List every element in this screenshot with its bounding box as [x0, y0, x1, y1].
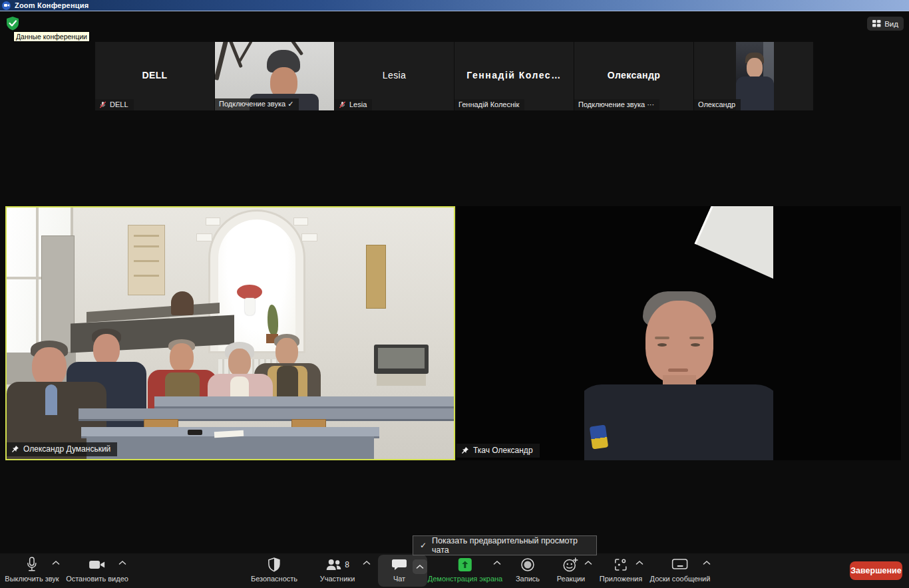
name-tag: Олександр [694, 99, 741, 110]
main-video-tile-dumanskyi[interactable]: Олександр Думанський [5, 206, 455, 460]
main-name-label: Олександр Думанський [23, 444, 110, 454]
video-tile-oleksandr-video[interactable]: Олександр [694, 42, 813, 110]
participants-button-label: Участники [320, 575, 355, 583]
meeting-toolbar: Выключить звук Остановить видео Безопасн… [0, 553, 909, 588]
record-button[interactable]: Запись [516, 556, 540, 583]
reactions-button[interactable]: Реакции [557, 556, 586, 583]
chat-button[interactable]: Чат [391, 556, 407, 583]
reactions-options-chevron-icon[interactable] [584, 560, 592, 565]
stop-video-button-label: Остановить видео [66, 575, 128, 583]
whiteboards-options-chevron-icon[interactable] [703, 560, 711, 565]
mute-button[interactable]: Выключить звук [5, 556, 59, 583]
name-tag-label: Подключение звука ✓ [219, 100, 293, 108]
share-screen-button-label: Демонстрация экрана [428, 575, 502, 583]
pin-icon [11, 445, 19, 453]
name-tag: Подключение звука ✓ [215, 98, 299, 110]
shield-check-icon [5, 16, 20, 31]
name-tag-label: Геннадій Колеснік [458, 100, 519, 108]
video-scene-man-portrait [584, 206, 773, 460]
record-button-label: Запись [516, 575, 540, 583]
video-scene-classroom [7, 208, 454, 459]
microphone-icon [26, 557, 37, 573]
window-title: Zoom Конференция [15, 1, 89, 9]
apps-options-chevron-icon[interactable] [636, 560, 643, 565]
whiteboard-icon [671, 558, 689, 571]
security-button-label: Безопасность [251, 575, 297, 583]
video-tile-connecting-audio[interactable]: Подключение звука ✓ [215, 42, 334, 110]
record-icon [520, 557, 535, 572]
meeting-info-tooltip: Данные конференции [13, 31, 90, 42]
window-titlebar[interactable]: Zoom Конференция [0, 0, 909, 11]
flag-patch [590, 424, 608, 449]
apps-icon [614, 557, 628, 572]
zoom-meeting-window: Zoom Конференция Данные конференции Вид [0, 0, 909, 588]
video-scene-car-man [736, 42, 774, 110]
name-tag: Подключение звука ··· [574, 99, 659, 110]
mute-button-label: Выключить звук [5, 575, 59, 583]
view-button-label: Вид [884, 20, 898, 28]
participants-button[interactable]: 8 Участники [320, 556, 355, 583]
reactions-smiley-icon [563, 557, 579, 572]
share-screen-button[interactable]: Демонстрация экрана [428, 556, 502, 583]
whiteboards-button[interactable]: Доски сообщений [650, 556, 711, 583]
zoom-app-icon [2, 1, 11, 10]
name-tag-label: DELL [110, 100, 128, 108]
view-button[interactable]: Вид [867, 17, 904, 31]
participants-options-chevron-icon[interactable] [363, 560, 371, 565]
main-name-tag: Ткач Олександр [456, 444, 540, 458]
main-name-tag: Олександр Думанський [7, 442, 117, 456]
security-button[interactable]: Безопасность [251, 556, 297, 583]
end-meeting-button[interactable]: Завершение [850, 561, 902, 580]
chat-button-label: Чат [393, 575, 405, 583]
whiteboards-button-label: Доски сообщений [650, 575, 711, 583]
share-screen-icon [456, 557, 474, 573]
meeting-stage: Данные конференции Вид DELL [0, 12, 909, 553]
participant-name-center: DELL [95, 70, 214, 80]
reactions-button-label: Реакции [557, 575, 586, 583]
muted-mic-icon [99, 101, 106, 108]
video-tile-dell[interactable]: DELL DELL [95, 42, 214, 110]
chat-options-chevron-button[interactable] [413, 559, 427, 574]
main-name-label: Ткач Олександр [473, 446, 533, 455]
muted-mic-icon [339, 101, 346, 108]
participant-name-center: Олександр [574, 70, 693, 80]
participant-name-center: Геннадій Колес… [454, 70, 574, 80]
pin-icon [461, 446, 469, 454]
check-icon: ✓ [420, 541, 427, 550]
video-options-chevron-icon[interactable] [118, 560, 126, 565]
chat-bubble-icon [391, 558, 407, 571]
main-video-tile-tkach[interactable]: Ткач Олександр [456, 206, 901, 460]
mute-options-chevron-icon[interactable] [52, 560, 60, 565]
participants-icon [325, 558, 343, 571]
meeting-info-button[interactable] [5, 16, 20, 31]
video-tile-gennadiy[interactable]: Геннадій Колес… Геннадій Колеснік [454, 42, 574, 110]
chat-options-chevron-icon [416, 564, 424, 569]
name-tag: DELL [95, 99, 134, 110]
participant-name-center: Lesia [335, 70, 454, 80]
security-shield-icon [268, 557, 281, 572]
name-tag: Lesia [335, 99, 372, 110]
chat-preview-menu-item[interactable]: ✓ Показать предварительный просмотр чата [413, 535, 597, 555]
apps-button-label: Приложения [600, 575, 642, 583]
name-tag: Геннадій Колеснік [454, 99, 524, 110]
video-camera-icon [89, 559, 106, 571]
name-tag-label: Подключение звука ··· [578, 100, 654, 108]
video-tile-lesia[interactable]: Lesia Lesia [335, 42, 454, 110]
share-options-chevron-icon[interactable] [493, 560, 501, 565]
grid-view-icon [872, 19, 881, 28]
name-tag-label: Lesia [349, 100, 367, 108]
participants-count: 8 [345, 560, 349, 569]
chat-preview-label: Показать предварительный просмотр чата [432, 536, 590, 555]
participant-filmstrip: DELL DELL [95, 42, 814, 110]
name-tag-label: Олександр [698, 100, 735, 108]
video-tile-oleksandr-audio[interactable]: Олександр Подключение звука ··· [574, 42, 693, 110]
